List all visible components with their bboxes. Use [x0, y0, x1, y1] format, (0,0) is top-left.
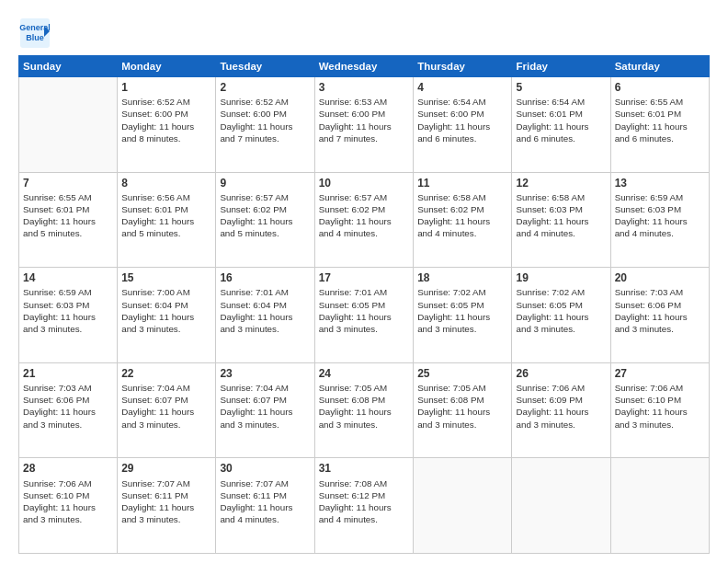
calendar-cell: 29Sunrise: 7:07 AMSunset: 6:11 PMDayligh…: [118, 458, 216, 554]
calendar-cell: 19Sunrise: 7:02 AMSunset: 6:05 PMDayligh…: [512, 268, 610, 363]
day-number: 30: [220, 461, 310, 476]
cell-content: Sunrise: 7:07 AMSunset: 6:11 PMDaylight:…: [220, 477, 310, 526]
cell-content: Sunrise: 6:52 AMSunset: 6:00 PMDaylight:…: [220, 96, 310, 144]
logo-icon: General Blue: [18, 17, 51, 50]
day-number: 12: [516, 176, 606, 190]
weekday-header-friday: Friday: [512, 56, 610, 77]
cell-content: Sunrise: 7:08 AMSunset: 6:12 PMDaylight:…: [319, 477, 410, 526]
day-number: 29: [121, 461, 211, 476]
calendar-week-5: 28Sunrise: 7:06 AMSunset: 6:10 PMDayligh…: [19, 458, 710, 554]
cell-content: Sunrise: 7:06 AMSunset: 6:10 PMDaylight:…: [615, 382, 705, 431]
day-number: 8: [121, 176, 211, 190]
cell-content: Sunrise: 7:02 AMSunset: 6:05 PMDaylight:…: [516, 286, 606, 335]
calendar-table: SundayMondayTuesdayWednesdayThursdayFrid…: [18, 55, 710, 554]
weekday-header-row: SundayMondayTuesdayWednesdayThursdayFrid…: [19, 56, 710, 77]
calendar-cell: [512, 458, 610, 554]
cell-content: Sunrise: 6:54 AMSunset: 6:00 PMDaylight:…: [417, 96, 507, 144]
calendar-cell: 8Sunrise: 6:56 AMSunset: 6:01 PMDaylight…: [118, 172, 216, 268]
cell-content: Sunrise: 6:56 AMSunset: 6:01 PMDaylight:…: [121, 191, 211, 240]
calendar-week-4: 21Sunrise: 7:03 AMSunset: 6:06 PMDayligh…: [19, 362, 710, 458]
calendar-cell: 27Sunrise: 7:06 AMSunset: 6:10 PMDayligh…: [610, 362, 709, 458]
calendar-cell: 13Sunrise: 6:59 AMSunset: 6:03 PMDayligh…: [610, 172, 709, 268]
cell-content: Sunrise: 7:07 AMSunset: 6:11 PMDaylight:…: [121, 477, 211, 526]
cell-content: Sunrise: 6:57 AMSunset: 6:02 PMDaylight:…: [220, 191, 310, 240]
day-number: 22: [121, 366, 211, 381]
calendar-cell: 21Sunrise: 7:03 AMSunset: 6:06 PMDayligh…: [19, 362, 118, 458]
cell-content: Sunrise: 6:58 AMSunset: 6:02 PMDaylight:…: [417, 191, 507, 240]
calendar-cell: [414, 458, 512, 554]
day-number: 25: [417, 366, 507, 381]
weekday-header-monday: Monday: [118, 56, 216, 77]
weekday-header-thursday: Thursday: [414, 56, 512, 77]
cell-content: Sunrise: 6:59 AMSunset: 6:03 PMDaylight:…: [23, 286, 113, 335]
day-number: 17: [319, 270, 410, 285]
logo: General Blue: [18, 17, 51, 50]
day-number: 20: [615, 270, 705, 285]
cell-content: Sunrise: 6:58 AMSunset: 6:03 PMDaylight:…: [516, 191, 606, 240]
cell-content: Sunrise: 6:53 AMSunset: 6:00 PMDaylight:…: [319, 96, 410, 144]
calendar-cell: 5Sunrise: 6:54 AMSunset: 6:01 PMDaylight…: [512, 77, 610, 173]
day-number: 16: [220, 270, 310, 285]
calendar-week-1: 1Sunrise: 6:52 AMSunset: 6:00 PMDaylight…: [19, 77, 710, 173]
day-number: 24: [319, 366, 410, 381]
day-number: 4: [417, 80, 507, 95]
day-number: 14: [23, 270, 113, 285]
calendar-cell: 3Sunrise: 6:53 AMSunset: 6:00 PMDaylight…: [314, 77, 414, 173]
day-number: 3: [319, 80, 410, 95]
day-number: 23: [220, 366, 310, 381]
day-number: 27: [615, 366, 705, 381]
svg-text:Blue: Blue: [26, 33, 44, 42]
day-number: 26: [516, 366, 606, 381]
cell-content: Sunrise: 7:04 AMSunset: 6:07 PMDaylight:…: [220, 382, 310, 431]
cell-content: Sunrise: 7:06 AMSunset: 6:10 PMDaylight:…: [23, 477, 113, 526]
cell-content: Sunrise: 7:00 AMSunset: 6:04 PMDaylight:…: [121, 286, 211, 335]
cell-content: Sunrise: 7:01 AMSunset: 6:05 PMDaylight:…: [319, 286, 410, 335]
page: General Blue SundayMondayTuesdayWednesda…: [0, 0, 728, 563]
day-number: 10: [319, 176, 410, 190]
cell-content: Sunrise: 6:55 AMSunset: 6:01 PMDaylight:…: [615, 96, 705, 144]
calendar-cell: 11Sunrise: 6:58 AMSunset: 6:02 PMDayligh…: [414, 172, 512, 268]
calendar-cell: 10Sunrise: 6:57 AMSunset: 6:02 PMDayligh…: [314, 172, 414, 268]
cell-content: Sunrise: 7:03 AMSunset: 6:06 PMDaylight:…: [615, 286, 705, 335]
cell-content: Sunrise: 6:55 AMSunset: 6:01 PMDaylight:…: [23, 191, 113, 240]
calendar-cell: 14Sunrise: 6:59 AMSunset: 6:03 PMDayligh…: [19, 268, 118, 363]
calendar-cell: 18Sunrise: 7:02 AMSunset: 6:05 PMDayligh…: [414, 268, 512, 363]
weekday-header-wednesday: Wednesday: [314, 56, 414, 77]
cell-content: Sunrise: 6:52 AMSunset: 6:00 PMDaylight:…: [121, 96, 211, 144]
calendar-cell: 16Sunrise: 7:01 AMSunset: 6:04 PMDayligh…: [216, 268, 314, 363]
day-number: 7: [23, 176, 113, 190]
day-number: 28: [23, 461, 113, 476]
weekday-header-tuesday: Tuesday: [216, 56, 314, 77]
weekday-header-saturday: Saturday: [610, 56, 709, 77]
calendar-cell: 30Sunrise: 7:07 AMSunset: 6:11 PMDayligh…: [216, 458, 314, 554]
cell-content: Sunrise: 7:02 AMSunset: 6:05 PMDaylight:…: [417, 286, 507, 335]
day-number: 15: [121, 270, 211, 285]
day-number: 18: [417, 270, 507, 285]
cell-content: Sunrise: 7:04 AMSunset: 6:07 PMDaylight:…: [121, 382, 211, 431]
day-number: 1: [121, 80, 211, 95]
cell-content: Sunrise: 7:06 AMSunset: 6:09 PMDaylight:…: [516, 382, 606, 431]
calendar-week-3: 14Sunrise: 6:59 AMSunset: 6:03 PMDayligh…: [19, 268, 710, 363]
cell-content: Sunrise: 7:01 AMSunset: 6:04 PMDaylight:…: [220, 286, 310, 335]
calendar-week-2: 7Sunrise: 6:55 AMSunset: 6:01 PMDaylight…: [19, 172, 710, 268]
header: General Blue: [18, 17, 710, 50]
day-number: 2: [220, 80, 310, 95]
calendar-cell: 12Sunrise: 6:58 AMSunset: 6:03 PMDayligh…: [512, 172, 610, 268]
calendar-cell: 15Sunrise: 7:00 AMSunset: 6:04 PMDayligh…: [118, 268, 216, 363]
calendar-cell: [610, 458, 709, 554]
calendar-cell: 25Sunrise: 7:05 AMSunset: 6:08 PMDayligh…: [414, 362, 512, 458]
weekday-header-sunday: Sunday: [19, 56, 118, 77]
day-number: 5: [516, 80, 606, 95]
cell-content: Sunrise: 6:57 AMSunset: 6:02 PMDaylight:…: [319, 191, 410, 240]
day-number: 31: [319, 461, 410, 476]
calendar-cell: 31Sunrise: 7:08 AMSunset: 6:12 PMDayligh…: [314, 458, 414, 554]
calendar-cell: 2Sunrise: 6:52 AMSunset: 6:00 PMDaylight…: [216, 77, 314, 173]
cell-content: Sunrise: 7:05 AMSunset: 6:08 PMDaylight:…: [319, 382, 410, 431]
calendar-cell: 23Sunrise: 7:04 AMSunset: 6:07 PMDayligh…: [216, 362, 314, 458]
calendar-cell: 17Sunrise: 7:01 AMSunset: 6:05 PMDayligh…: [314, 268, 414, 363]
calendar-cell: 9Sunrise: 6:57 AMSunset: 6:02 PMDaylight…: [216, 172, 314, 268]
calendar-cell: 26Sunrise: 7:06 AMSunset: 6:09 PMDayligh…: [512, 362, 610, 458]
calendar-cell: 4Sunrise: 6:54 AMSunset: 6:00 PMDaylight…: [414, 77, 512, 173]
calendar-cell: 20Sunrise: 7:03 AMSunset: 6:06 PMDayligh…: [610, 268, 709, 363]
day-number: 21: [23, 366, 113, 381]
